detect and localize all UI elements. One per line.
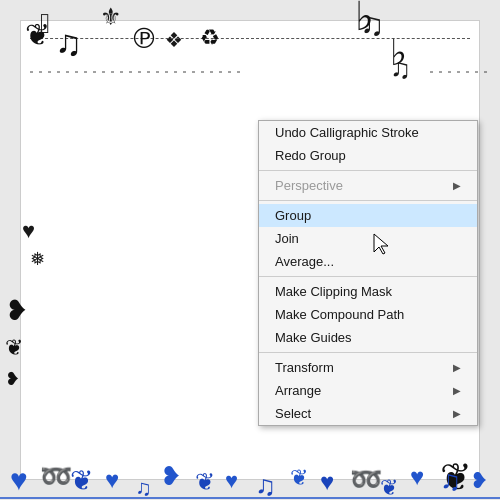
menu-item-join-label: Join — [275, 231, 461, 246]
swirl-left-1: ♥ — [22, 220, 35, 242]
menu-item-redo[interactable]: Redo Group — [259, 144, 477, 167]
swirl-left-2: ❅ — [30, 250, 45, 268]
swirl-top-5: ♫ — [390, 55, 411, 83]
swirl-top-4: ♫ — [360, 8, 384, 40]
menu-item-redo-label: Redo Group — [275, 148, 461, 163]
menu-item-group-label: Group — [275, 208, 461, 223]
swirl-top-2: ⚜ — [100, 5, 122, 29]
menu-item-transform[interactable]: Transform ▶ — [259, 356, 477, 379]
menu-item-perspective-label: Perspective — [275, 178, 453, 193]
menu-item-join[interactable]: Join — [259, 227, 477, 250]
transform-arrow-icon: ▶ — [453, 362, 461, 373]
perspective-arrow-icon: ▶ — [453, 180, 461, 191]
select-arrow-icon: ▶ — [453, 408, 461, 419]
menu-item-average[interactable]: Average... — [259, 250, 477, 273]
menu-item-compound[interactable]: Make Compound Path — [259, 303, 477, 326]
menu-item-average-label: Average... — [275, 254, 461, 269]
menu-item-select-label: Select — [275, 406, 453, 421]
menu-item-perspective[interactable]: Perspective ▶ — [259, 174, 477, 197]
menu-item-group[interactable]: Group — [259, 204, 477, 227]
menu-item-arrange[interactable]: Arrange ▶ — [259, 379, 477, 402]
menu-item-undo[interactable]: Undo Calligraphic Stroke — [259, 121, 477, 144]
menu-item-guides[interactable]: Make Guides — [259, 326, 477, 349]
menu-item-guides-label: Make Guides — [275, 330, 461, 345]
context-menu: Undo Calligraphic Stroke Redo Group Pers… — [258, 120, 478, 426]
arrange-arrow-icon: ▶ — [453, 385, 461, 396]
separator-4 — [259, 352, 477, 353]
top-border-deco — [30, 38, 470, 40]
menu-item-arrange-label: Arrange — [275, 383, 453, 398]
swirl-top-1: 𐮟 — [40, 10, 50, 38]
menu-item-clipping-label: Make Clipping Mask — [275, 284, 461, 299]
separator-3 — [259, 276, 477, 277]
menu-item-transform-label: Transform — [275, 360, 453, 375]
separator-1 — [259, 170, 477, 171]
separator-2 — [259, 200, 477, 201]
menu-item-compound-label: Make Compound Path — [275, 307, 461, 322]
menu-item-clipping[interactable]: Make Clipping Mask — [259, 280, 477, 303]
menu-item-undo-label: Undo Calligraphic Stroke — [275, 125, 461, 140]
swirl-top-3: ❖ — [165, 30, 183, 50]
menu-item-select[interactable]: Select ▶ — [259, 402, 477, 425]
